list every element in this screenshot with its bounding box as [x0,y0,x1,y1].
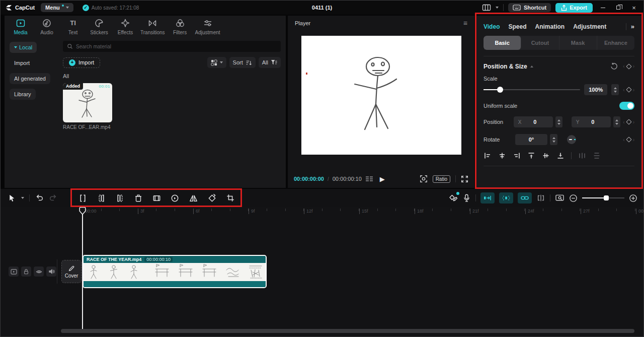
export-button[interactable]: Export [555,3,593,13]
tab-filters[interactable]: Filters [167,18,193,35]
sidebar-item-ai-generated[interactable]: AI generated [10,73,50,84]
fullscreen-icon[interactable] [461,175,468,183]
align-left-icon[interactable] [484,152,492,160]
cover-button[interactable]: Cover [61,260,82,283]
scale-stepper[interactable] [611,84,619,95]
subtab-mask[interactable]: Mask [559,36,597,50]
align-right-icon[interactable] [513,152,521,160]
rotate-stepper[interactable] [550,134,557,145]
sidebar-item-import[interactable]: Import [10,57,34,69]
tab-adjustment[interactable]: Adjustment [193,18,222,35]
position-y-stepper[interactable] [613,116,620,127]
sort-button[interactable]: Sort [229,57,256,68]
collapse-icon[interactable] [530,65,533,68]
restore-button[interactable] [613,3,624,12]
subtab-basic[interactable]: Basic [484,36,521,50]
align-top-icon[interactable] [527,152,535,160]
ratio-button[interactable]: Ratio [433,175,450,183]
keyframe-diamond-icon[interactable] [626,119,631,124]
frame-view-icon[interactable] [365,176,373,182]
keyframe-control[interactable]: ‹› [623,63,634,69]
auto-ripple-button[interactable] [499,192,513,204]
zoom-slider-handle[interactable] [604,195,609,200]
minimize-button[interactable] [597,3,608,12]
freeze-frame-icon[interactable] [152,193,162,203]
timeline-horizontal-scrollbar[interactable] [61,329,634,333]
crop-icon[interactable] [226,193,235,203]
position-x-field[interactable]: X0 [514,116,553,127]
search-input[interactable] [76,44,277,49]
redo-icon[interactable] [49,193,58,203]
linkage-button[interactable] [518,192,532,204]
reset-icon[interactable] [610,62,618,70]
delete-icon[interactable] [134,193,143,203]
playhead-handle[interactable] [79,207,86,215]
subtab-enhance[interactable]: Enhance [597,36,634,50]
keyframe-diamond-icon[interactable] [626,87,631,92]
shortcut-button[interactable]: Shortcut [508,3,551,12]
keyframe-diamond-icon[interactable] [626,137,631,142]
reverse-icon[interactable] [170,193,180,203]
tab-media[interactable]: Media [8,18,34,35]
menu-button[interactable]: Menu [41,3,73,12]
position-keyframe[interactable]: ‹› [623,119,634,125]
playhead[interactable] [82,207,83,329]
scale-slider-handle[interactable] [497,87,503,93]
mute-track-icon[interactable] [46,266,56,277]
player-menu-icon[interactable]: ≡ [463,19,467,27]
tab-transitions[interactable]: Transitions [138,18,167,35]
subtab-cutout[interactable]: Cutout [521,36,559,50]
position-y-field[interactable]: Y0 [572,116,611,127]
import-button[interactable]: + Import [63,57,100,68]
view-mode-button[interactable] [207,57,226,68]
video-clip[interactable]: RACE OF THE YEAR.mp4 00:00:00:10 [83,255,267,288]
media-card[interactable]: Added 00:01 RACE OF...EAR.mp4 [63,83,112,130]
scale-slider[interactable] [484,87,580,93]
more-tabs-icon[interactable]: » [631,23,634,30]
preview-focus-icon[interactable] [420,175,428,183]
align-center-vertical-icon[interactable] [542,152,550,160]
zoom-out-icon[interactable] [569,194,578,203]
main-track-magnet-button[interactable] [480,192,495,204]
hide-track-icon[interactable] [34,266,44,277]
inspector-tab-adjustment[interactable]: Adjustment [573,23,606,30]
sidebar-item-local[interactable]: Local [10,42,37,53]
filter-all-button[interactable]: All [259,57,281,68]
rotate-field[interactable]: 0° [515,134,547,145]
preview-quality-icon[interactable] [555,194,565,202]
keyframe-add-icon[interactable] [448,193,458,203]
inspector-tab-animation[interactable]: Animation [535,23,565,30]
position-x-stepper[interactable] [555,116,562,127]
lock-track-icon[interactable] [21,266,31,277]
tab-effects[interactable]: Effects [112,18,138,35]
sidebar-item-library[interactable]: Library [10,89,36,100]
inspector-tab-speed[interactable]: Speed [508,23,526,30]
tab-text[interactable]: TI Text [60,18,86,35]
scale-value[interactable]: 100% [584,84,607,95]
undo-icon[interactable] [35,193,44,203]
rotate-knob[interactable] [567,135,576,144]
rotate-icon[interactable] [207,193,217,203]
keyframe-diamond-icon[interactable] [626,63,631,69]
rotate-keyframe[interactable]: ‹› [623,137,634,143]
layout-dropdown-caret[interactable] [496,7,499,9]
timeline[interactable]: 00:00 3f 6f 9f 12f 15f 18f 21f 24f 27f 0… [1,207,643,336]
inspector-tab-video[interactable]: Video [484,23,500,30]
play-button[interactable]: ▶ [380,175,385,183]
delete-right-icon[interactable] [115,193,125,203]
select-cursor-icon[interactable] [8,193,16,203]
record-voiceover-icon[interactable] [462,193,471,203]
distribute-vertical-icon[interactable] [593,152,601,160]
scale-keyframe[interactable]: ‹› [623,87,634,93]
media-thumbnail[interactable]: Added 00:01 [63,83,112,122]
close-button[interactable]: × [628,3,639,12]
preview-canvas[interactable] [301,36,461,155]
track-type-icon[interactable] [9,266,19,277]
zoom-in-icon[interactable] [629,194,637,203]
delete-left-icon[interactable] [97,193,106,203]
distribute-horizontal-icon[interactable] [578,152,586,160]
split-icon[interactable] [78,193,88,203]
uniform-scale-toggle[interactable] [619,102,634,110]
align-bottom-icon[interactable] [556,152,565,160]
align-center-horizontal-icon[interactable] [498,152,506,160]
